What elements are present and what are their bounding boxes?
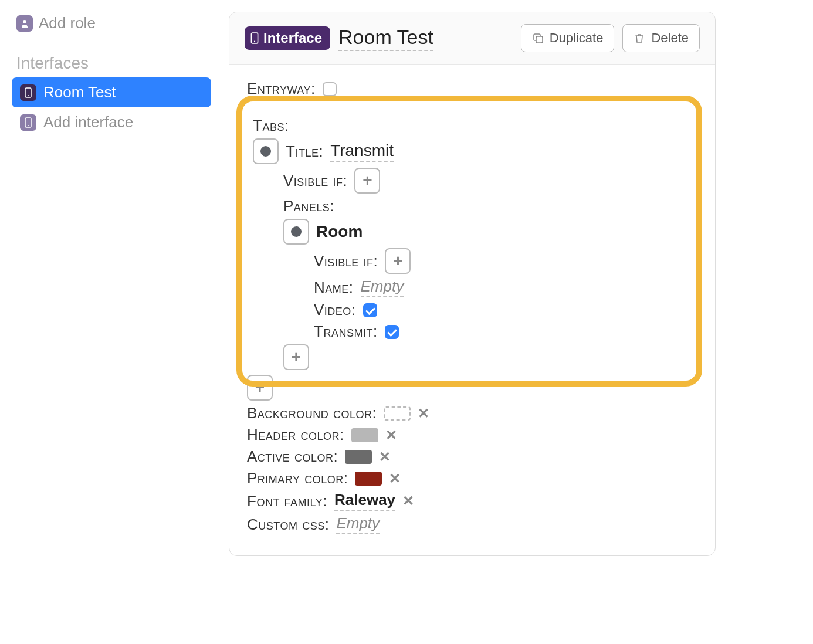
interfaces-heading: Interfaces: [12, 54, 211, 77]
font-family-input[interactable]: Raleway: [334, 491, 395, 511]
panels-label: Panels:: [283, 197, 334, 215]
background-color-label: Background color:: [247, 404, 377, 422]
panel-name-label: Name:: [314, 279, 354, 297]
trash-icon: [634, 32, 645, 44]
sidebar-item-room-test[interactable]: Room Test: [12, 77, 211, 107]
phone-icon: [20, 114, 36, 131]
custom-css-label: Custom css:: [247, 516, 329, 534]
add-role-button[interactable]: Add role: [12, 12, 211, 43]
svg-point-3: [28, 125, 29, 126]
divider: [12, 43, 211, 43]
add-panel-button[interactable]: +: [283, 344, 309, 370]
add-role-label: Add role: [39, 14, 96, 32]
add-interface-label: Add interface: [43, 113, 133, 131]
phone-icon: [20, 84, 36, 101]
panel-video-checkbox[interactable]: [363, 303, 377, 317]
panel-drag-handle[interactable]: [283, 219, 309, 245]
panel-type-label: Room: [316, 222, 363, 241]
entryway-checkbox[interactable]: [323, 82, 337, 96]
tab-drag-handle[interactable]: [253, 138, 279, 164]
header-color-label: Header color:: [247, 426, 344, 444]
phone-icon: [250, 32, 259, 44]
sidebar: Add role Interfaces Room Test Add interf…: [12, 12, 211, 137]
interface-title-input[interactable]: Room Test: [338, 26, 433, 51]
clear-background-color-button[interactable]: ✕: [418, 405, 429, 422]
clear-active-color-button[interactable]: ✕: [379, 449, 391, 465]
primary-color-swatch[interactable]: [355, 472, 382, 486]
add-panel-visible-condition-button[interactable]: +: [385, 248, 411, 274]
add-visible-condition-button[interactable]: +: [354, 168, 380, 194]
user-icon: [16, 15, 33, 32]
panel-name-input[interactable]: Empty: [361, 277, 404, 297]
primary-color-label: Primary color:: [247, 469, 348, 487]
clear-header-color-button[interactable]: ✕: [385, 427, 397, 443]
copy-icon: [532, 32, 544, 44]
tab-title-input[interactable]: Transmit: [330, 141, 394, 162]
tab-visible-if-label: Visible if:: [283, 172, 347, 190]
clear-primary-color-button[interactable]: ✕: [389, 470, 401, 487]
tabs-label: Tabs:: [253, 117, 289, 135]
tab-title-label: Title:: [286, 143, 323, 161]
panel-video-label: Video:: [314, 301, 356, 319]
panel-transmit-label: Transmit:: [314, 323, 378, 341]
svg-point-5: [254, 40, 255, 42]
custom-css-input[interactable]: Empty: [336, 514, 380, 534]
main-panel: Interface Room Test Duplicate Delete Ent…: [229, 12, 716, 556]
header: Interface Room Test Duplicate Delete: [229, 12, 715, 65]
background-color-swatch[interactable]: [384, 406, 411, 421]
duplicate-label: Duplicate: [550, 30, 604, 46]
svg-rect-7: [536, 36, 543, 43]
sidebar-item-label: Room Test: [43, 83, 116, 101]
content: Entryway: Tabs: Title: Transmit Visible …: [229, 65, 715, 555]
interface-pill: Interface: [245, 26, 330, 50]
pill-label: Interface: [263, 30, 322, 46]
svg-point-1: [28, 95, 29, 96]
delete-label: Delete: [651, 30, 689, 46]
panel-transmit-checkbox[interactable]: [385, 325, 399, 339]
highlighted-tabs-section: Tabs: Title: Transmit Visible if: + Pane…: [236, 96, 702, 387]
clear-font-family-button[interactable]: ✕: [402, 493, 414, 509]
active-color-label: Active color:: [247, 448, 338, 466]
header-color-swatch[interactable]: [351, 428, 378, 442]
delete-button[interactable]: Delete: [622, 24, 700, 52]
add-interface-button[interactable]: Add interface: [12, 107, 211, 137]
panel-visible-if-label: Visible if:: [314, 252, 378, 270]
font-family-label: Font family:: [247, 492, 327, 510]
duplicate-button[interactable]: Duplicate: [521, 24, 615, 52]
active-color-swatch[interactable]: [345, 450, 372, 464]
